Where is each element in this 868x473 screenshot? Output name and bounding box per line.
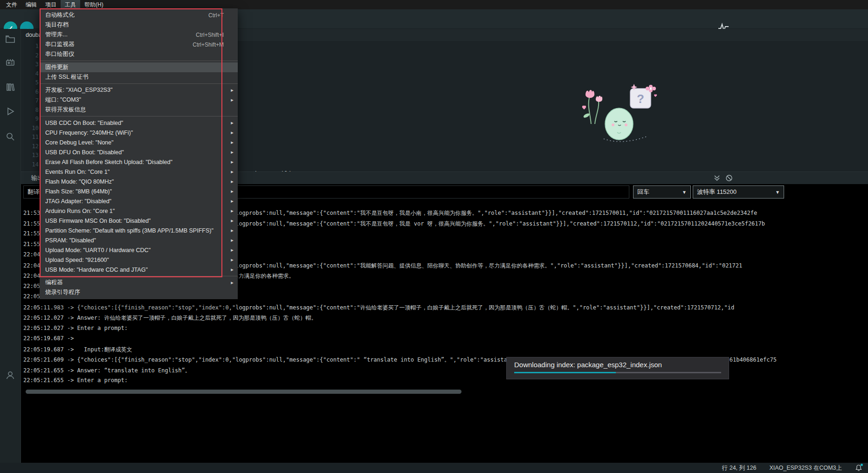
line-ending-select[interactable]: 回车 ▼: [633, 185, 691, 199]
tools-menu-items: 自动格式化Ctrl+T项目存档管理库...Ctrl+Shift+I串口监视器Ct…: [40, 10, 238, 297]
menu-separator: [40, 83, 238, 84]
mascot-sticker: ?: [578, 78, 657, 144]
serial-line: 22:05:12.027 -> Answer: 许仙给老婆买了一顶帽子，白娘子戴…: [23, 314, 868, 325]
menu-item-label: Arduino Runs On: "Core 1": [45, 208, 224, 214]
submenu-arrow-icon: ▸: [227, 188, 238, 194]
menu-item[interactable]: 获得开发板信息: [40, 105, 238, 115]
serial-line: 22:05:12.027 -> Enter a prompt:: [23, 325, 868, 336]
menu-item[interactable]: 开发板: "XIAO_ESP32S3"▸: [40, 85, 238, 95]
menu-item[interactable]: 项目存档: [40, 20, 238, 30]
menu-item[interactable]: USB DFU On Boot: "Disabled"▸: [40, 147, 238, 157]
menu-item[interactable]: JTAG Adapter: "Disabled"▸: [40, 196, 238, 206]
menu-item[interactable]: Flash Size: "8MB (64Mb)"▸: [40, 186, 238, 196]
library-manager-icon[interactable]: [5, 82, 16, 93]
serial-line: 22:05:19.687 -> Input:翻译成英文: [23, 346, 868, 356]
chevron-down-icon: ▼: [682, 190, 687, 195]
menu-separator: [40, 116, 238, 117]
menubar-item-sketch[interactable]: 项目: [41, 0, 61, 9]
menu-item-label: JTAG Adapter: "Disabled": [45, 198, 224, 205]
menu-item[interactable]: 烧录引导程序: [40, 288, 238, 297]
menu-item-label: Erase All Flash Before Sketch Upload: "D…: [45, 159, 224, 165]
submenu-arrow-icon: ▸: [227, 247, 238, 253]
menu-item[interactable]: Flash Mode: "QIO 80MHz"▸: [40, 177, 238, 186]
submenu-arrow-icon: ▸: [227, 280, 238, 286]
menu-item[interactable]: 编程器▸: [40, 278, 238, 288]
line-number: 7: [21, 97, 42, 107]
submenu-arrow-icon: ▸: [227, 159, 238, 165]
menu-item[interactable]: Arduino Runs On: "Core 1"▸: [40, 206, 238, 216]
submenu-arrow-icon: ▸: [227, 257, 238, 263]
submenu-arrow-icon: ▸: [227, 237, 238, 243]
serial-line: 22:05:19.687 ->: [23, 335, 868, 346]
menubar-item-help[interactable]: 帮助(H): [80, 0, 108, 9]
menu-item[interactable]: 端口: "COM3"▸: [40, 95, 238, 105]
notifications-bell-icon[interactable]: [855, 464, 862, 472]
menu-item-label: 固件更新: [45, 63, 224, 71]
menu-item[interactable]: Events Run On: "Core 1"▸: [40, 167, 238, 177]
baud-rate-value: 波特率 115200: [697, 188, 737, 196]
line-number: 14: [21, 161, 42, 171]
submenu-arrow-icon: ▸: [227, 149, 238, 155]
debug-icon[interactable]: [5, 106, 16, 117]
download-progress-fill: [514, 372, 616, 373]
menu-item[interactable]: 串口绘图仪: [40, 49, 238, 59]
submenu-arrow-icon: ▸: [227, 169, 238, 175]
download-progress-track: [514, 372, 721, 373]
submenu-arrow-icon: ▸: [227, 208, 238, 214]
menu-item[interactable]: USB CDC On Boot: "Enabled"▸: [40, 118, 238, 128]
submenu-arrow-icon: ▸: [227, 227, 238, 233]
line-number: 11: [21, 134, 42, 143]
menu-item[interactable]: USB Firmware MSC On Boot: "Disabled"▸: [40, 216, 238, 226]
menu-item[interactable]: CPU Frequency: "240MHz (WiFi)"▸: [40, 128, 238, 137]
baud-rate-select[interactable]: 波特率 115200 ▼: [693, 185, 784, 199]
menu-item[interactable]: Partition Scheme: "Default with spiffs (…: [40, 226, 238, 235]
serial-line: 22:05:21.655 -> Answer: “translate into …: [23, 367, 868, 377]
board-port-status[interactable]: XIAO_ESP32S3 在COM3上: [769, 464, 842, 472]
collapse-panel-icon[interactable]: [713, 174, 721, 182]
line-number: 12: [21, 143, 42, 152]
submenu-arrow-icon: ▸: [227, 198, 238, 204]
menu-item[interactable]: Upload Speed: "921600"▸: [40, 255, 238, 265]
chevron-down-icon: ▼: [775, 190, 780, 195]
sketchbook-folder-icon[interactable]: [5, 34, 16, 45]
menu-item[interactable]: 上传 SSL 根证书: [40, 72, 238, 82]
menu-item-label: 自动格式化: [45, 11, 208, 19]
menu-separator: [40, 276, 238, 276]
menu-item[interactable]: 串口监视器Ctrl+Shift+M: [40, 40, 238, 49]
boards-manager-icon[interactable]: [5, 57, 16, 69]
menu-separator: [40, 61, 238, 61]
account-icon[interactable]: [5, 370, 16, 381]
submenu-arrow-icon: ▸: [227, 139, 238, 145]
cursor-position[interactable]: 行 24, 列 126: [722, 464, 757, 472]
menu-item[interactable]: 自动格式化Ctrl+T: [40, 10, 238, 20]
menu-item-label: 项目存档: [45, 21, 224, 29]
clear-output-icon[interactable]: [725, 174, 733, 182]
editor-gutter: 1234567891011121314: [21, 43, 42, 170]
menubar-item-edit[interactable]: 编辑: [21, 0, 41, 9]
line-number: 13: [21, 152, 42, 161]
mascot-question-mark: ?: [637, 92, 644, 106]
submenu-arrow-icon: ▸: [227, 178, 238, 185]
line-number: 1: [21, 43, 42, 52]
menubar-item-file[interactable]: 文件: [2, 0, 21, 9]
menu-item[interactable]: 固件更新: [40, 62, 238, 72]
serial-line: 22:05:11.983 -> {"choices":[{"finish_rea…: [23, 304, 868, 315]
menu-item[interactable]: Upload Mode: "UART0 / Hardware CDC"▸: [40, 245, 238, 255]
menu-item-shortcut: Ctrl+Shift+I: [196, 32, 224, 38]
menu-item[interactable]: 管理库...Ctrl+Shift+I: [40, 30, 238, 40]
menu-item[interactable]: Core Debug Level: "None"▸: [40, 137, 238, 147]
menu-item[interactable]: USB Mode: "Hardware CDC and JTAG"▸: [40, 265, 238, 274]
submenu-arrow-icon: ▸: [227, 130, 238, 136]
serial-line: 22:05:21.609 -> {"choices":[{"finish_rea…: [23, 356, 868, 367]
menubar-item-tools[interactable]: 工具: [61, 0, 80, 9]
menu-item-label: 编程器: [45, 279, 224, 287]
menu-item-label: 获得开发板信息: [45, 106, 224, 114]
horizontal-scrollbar[interactable]: [26, 390, 462, 394]
menu-item-shortcut: Ctrl+Shift+M: [193, 41, 224, 48]
line-number: 9: [21, 116, 42, 125]
menu-item-label: USB DFU On Boot: "Disabled": [45, 149, 224, 156]
search-icon[interactable]: [5, 131, 16, 142]
menu-item[interactable]: PSRAM: "Disabled"▸: [40, 235, 238, 245]
menu-item-label: Partition Scheme: "Default with spiffs (…: [45, 227, 224, 234]
menu-item[interactable]: Erase All Flash Before Sketch Upload: "D…: [40, 157, 238, 167]
